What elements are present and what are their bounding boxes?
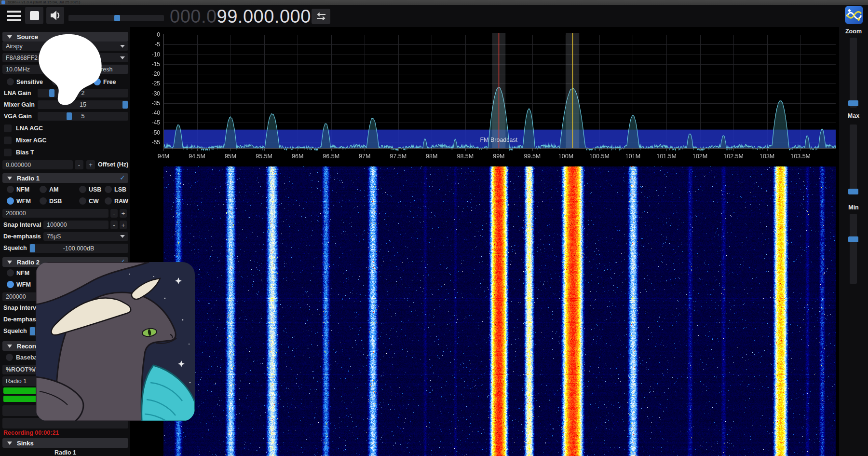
radio1-mode-cw[interactable]	[79, 197, 86, 205]
min-slider-handle[interactable]	[848, 236, 858, 242]
radio1-squelch-handle[interactable]	[30, 244, 35, 252]
radio1-snap-label: Snap Interval	[3, 221, 41, 228]
offset-input[interactable]: 0.000000	[2, 160, 73, 169]
radio1-mode-usb[interactable]	[79, 186, 86, 193]
radio1-deemphasis-value: 75µS	[47, 233, 61, 240]
radio1-panel-header[interactable]: Radio 1 ✓	[2, 173, 128, 183]
volume-slider-handle[interactable]	[114, 15, 120, 21]
app-icon	[1, 0, 5, 4]
min-slider-label: Min	[839, 204, 868, 211]
collapse-triangle-icon	[7, 261, 12, 264]
lna-gain-label: LNA Gain	[4, 90, 31, 97]
radio1-mode-lsb[interactable]	[105, 186, 112, 193]
zoom-slider-handle[interactable]	[848, 100, 858, 106]
radio1-mode-lsb-label: LSB	[114, 186, 126, 193]
sinks-panel-header[interactable]: Sinks	[2, 438, 128, 448]
radio1-mode-nfm[interactable]	[7, 186, 14, 193]
radio1-mode-raw[interactable]	[105, 197, 112, 205]
radio1-bandwidth-value: 200000	[6, 210, 26, 217]
vga-gain-slider[interactable]: 5	[38, 112, 128, 121]
hamburger-icon	[7, 19, 21, 21]
mixer-agc-label: Mixer AGC	[16, 137, 46, 144]
radio2-mode-wfm-label: WFM	[16, 281, 31, 288]
zoom-slider-label: Zoom	[839, 28, 868, 35]
hamburger-icon	[7, 15, 21, 17]
lna-agc-checkbox[interactable]	[4, 124, 12, 132]
window-titlebar[interactable]: SDR++ v1.0.4 (Built at 15:04, Jul 25 202…	[0, 0, 868, 5]
radio1-squelch-label: Squelch	[3, 245, 27, 251]
radio1-bandwidth-plus[interactable]: +	[120, 209, 127, 218]
vga-gain-handle[interactable]	[67, 112, 72, 120]
swap-arrows-icon	[316, 12, 326, 21]
source-serial-value: F8A868FF2	[6, 55, 38, 61]
radio1-bandwidth-minus[interactable]: -	[110, 209, 118, 218]
source-panel-title: Source	[17, 33, 38, 41]
mixer-gain-handle[interactable]	[122, 101, 128, 109]
frequency-display[interactable]: 000.099.000.000	[170, 6, 311, 27]
volume-mute-button[interactable]	[46, 7, 64, 24]
frequency-value: 99.000.000	[217, 6, 311, 27]
window-title: SDR++ v1.0.4 (Built at 15:04, Jul 25 202…	[8, 0, 80, 5]
mixer-gain-label: Mixer Gain	[4, 101, 35, 108]
radio1-deemphasis-select[interactable]: 75µS	[43, 232, 128, 241]
gain-mode-sensitive-radio[interactable]	[7, 78, 14, 85]
radio1-snap-input[interactable]: 100000	[43, 221, 108, 229]
gain-mode-free-label: Free	[103, 79, 116, 85]
radio1-squelch-value: -100.000dB	[63, 245, 95, 252]
toolbar: 000.099.000.000	[0, 5, 868, 28]
collapse-triangle-icon	[7, 35, 12, 39]
max-slider-label: Max	[839, 112, 868, 119]
bias-t-label: Bias T	[16, 149, 34, 156]
offset-minus-button[interactable]: -	[75, 160, 83, 169]
collapse-triangle-icon	[7, 442, 12, 445]
radio1-mode-wfm[interactable]	[7, 197, 14, 205]
max-slider[interactable]	[850, 124, 857, 194]
plus-icon: +	[89, 161, 93, 168]
fft-spectrum-canvas[interactable]	[130, 27, 839, 166]
radio1-mode-dsb[interactable]	[40, 197, 47, 205]
radio1-mode-am[interactable]	[40, 186, 47, 193]
offset-plus-button[interactable]: +	[86, 160, 95, 169]
radio1-mode-raw-label: RAW	[114, 198, 128, 205]
bias-t-checkbox[interactable]	[4, 149, 12, 156]
waterfall-canvas[interactable]	[163, 166, 836, 456]
radio2-mode-wfm[interactable]	[7, 281, 14, 288]
tuning-mode-button[interactable]	[312, 9, 330, 24]
mixer-agc-checkbox[interactable]	[4, 137, 12, 144]
radio2-squelch-handle[interactable]	[30, 327, 35, 335]
menu-button[interactable]	[7, 10, 21, 23]
radio1-mode-usb-label: USB	[89, 186, 101, 193]
sdrpp-logo	[845, 6, 863, 24]
source-device-value: Airspy	[6, 43, 23, 50]
radio1-snap-plus[interactable]: +	[120, 221, 127, 229]
hamburger-icon	[7, 11, 21, 13]
white-blob-overlay	[36, 33, 104, 106]
radio2-mode-nfm-label: NFM	[16, 270, 29, 276]
plus-icon: +	[122, 210, 125, 217]
radio2-bandwidth-value: 200000	[6, 293, 26, 300]
speaker-icon	[50, 10, 61, 21]
max-slider-handle[interactable]	[848, 189, 858, 194]
minus-icon: -	[113, 221, 115, 229]
volume-slider[interactable]	[68, 15, 164, 21]
radio1-bandwidth-input[interactable]: 200000	[2, 209, 108, 218]
sinks-stream-name: Radio 1	[2, 449, 128, 456]
chevron-down-icon	[120, 56, 125, 59]
zoom-slider[interactable]	[850, 38, 857, 108]
offset-value: 0.000000	[6, 162, 31, 168]
radio1-deemphasis-label: De-emphasis	[3, 233, 41, 240]
radio1-snap-minus[interactable]: -	[110, 221, 118, 229]
stop-button[interactable]	[25, 7, 43, 24]
vga-gain-value: 5	[81, 113, 85, 120]
minus-icon: -	[113, 210, 115, 217]
min-slider[interactable]	[850, 214, 857, 284]
radio2-panel-title: Radio 2	[17, 259, 40, 266]
frequency-leading-zeros: 000.0	[170, 6, 217, 27]
radio1-enabled-checkmark-icon[interactable]: ✓	[120, 174, 125, 181]
recording-status: Recording 00:00:21	[3, 429, 59, 436]
sdrpp-window: SDR++ v1.0.4 (Built at 15:04, Jul 25 202…	[0, 0, 868, 456]
radio2-mode-nfm[interactable]	[7, 269, 14, 276]
radio1-mode-nfm-label: NFM	[16, 186, 29, 193]
recorder-mode-baseband-radio[interactable]	[6, 354, 13, 361]
radio1-squelch-slider[interactable]: -100.000dB	[29, 244, 128, 253]
